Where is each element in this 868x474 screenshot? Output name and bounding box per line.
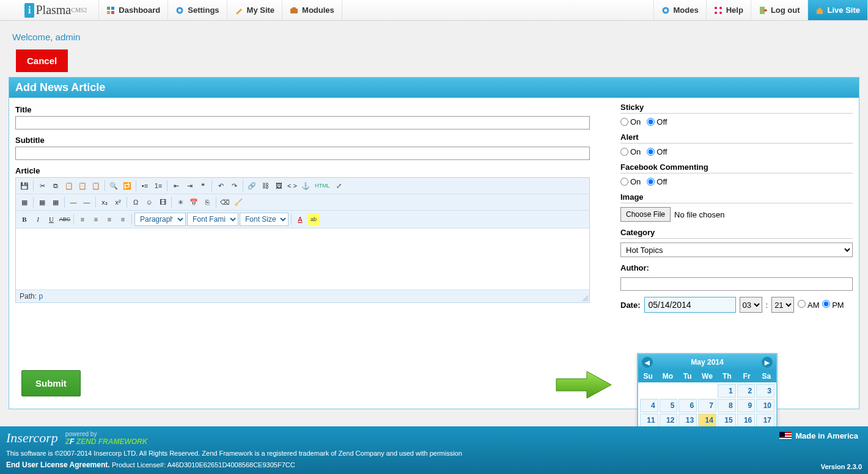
nav-settings[interactable]: Settings (167, 0, 227, 20)
copy-icon[interactable]: ⧉ (50, 180, 62, 192)
cal-next-icon[interactable]: ▶ (762, 357, 773, 368)
unlink-icon[interactable]: ⛓ (259, 180, 271, 192)
outdent-icon[interactable]: ⇤ (170, 180, 182, 192)
ol-icon[interactable]: 1≡ (152, 180, 164, 192)
fb-off[interactable]: Off (647, 177, 667, 186)
nav-mysite[interactable]: My Site (227, 0, 283, 20)
editor-content-area[interactable] (16, 228, 589, 290)
anchor-icon[interactable]: ⚓ (300, 180, 312, 192)
replace-icon[interactable]: 🔁 (121, 180, 133, 192)
bg-color-icon[interactable]: ab (307, 213, 320, 225)
sticky-on[interactable]: On (620, 117, 641, 126)
cal-day[interactable]: 10 (756, 399, 774, 412)
alert-off[interactable]: Off (647, 147, 667, 156)
font-family-select[interactable]: Font Family (187, 213, 238, 226)
cal-day[interactable]: 1 (718, 384, 736, 398)
alert-on[interactable]: On (620, 147, 641, 156)
nav-dashboard[interactable]: Dashboard (98, 0, 168, 20)
am-radio[interactable]: AM (798, 300, 819, 310)
clean-icon[interactable]: 🧹 (232, 196, 245, 208)
nav-logout[interactable]: Log out (751, 0, 808, 20)
find-icon[interactable]: 🔍 (108, 180, 120, 192)
cal-day[interactable]: 15 (718, 414, 736, 427)
italic-icon[interactable]: I (32, 213, 44, 225)
hr-icon[interactable]: — (67, 196, 79, 208)
superscript-icon[interactable]: x² (112, 196, 124, 208)
nav-livesite[interactable]: Live Site (807, 0, 868, 20)
code-icon[interactable]: < > (286, 180, 298, 192)
indent-icon[interactable]: ⇥ (183, 180, 196, 192)
paste-text-icon[interactable]: 📋 (76, 180, 89, 192)
attr-icon[interactable]: ✳ (174, 196, 186, 208)
html-icon[interactable]: HTML (313, 180, 332, 192)
submit-button[interactable]: Submit (21, 370, 81, 396)
cal-day[interactable]: 8 (718, 399, 736, 412)
image-icon[interactable]: 🖼 (273, 180, 285, 192)
cal-prev-icon[interactable]: ◀ (642, 357, 653, 368)
eula-link[interactable]: End User License Agreement. (6, 461, 110, 469)
category-select[interactable]: Hot Topics (620, 242, 853, 257)
align-right-icon[interactable]: ≡ (103, 213, 116, 225)
cal-day[interactable]: 3 (756, 384, 774, 398)
row-after-icon[interactable]: ▦ (50, 196, 62, 208)
cal-day[interactable]: 9 (737, 399, 756, 412)
link-icon[interactable]: 🔗 (246, 180, 258, 192)
blockquote-icon[interactable]: ❝ (197, 180, 209, 192)
sticky-off[interactable]: Off (647, 117, 667, 126)
template-icon[interactable]: ⎘ (201, 196, 213, 208)
path-value[interactable]: p (39, 292, 43, 301)
author-input[interactable] (620, 277, 853, 291)
cal-day[interactable]: 16 (737, 414, 756, 427)
cal-day[interactable]: 5 (660, 399, 678, 412)
cut-icon[interactable]: ✂ (36, 180, 48, 192)
nav-modes[interactable]: Modes (653, 0, 707, 20)
undo-icon[interactable]: ↶ (215, 180, 227, 192)
align-left-icon[interactable]: ≡ (76, 213, 89, 225)
cancel-button[interactable]: Cancel (16, 49, 68, 72)
cal-day[interactable]: 2 (737, 384, 756, 398)
nav-help[interactable]: Help (706, 0, 751, 20)
font-size-select[interactable]: Font Size (240, 213, 289, 226)
hour-select[interactable]: 03 (740, 297, 762, 313)
cal-day[interactable]: 6 (679, 399, 697, 412)
resize-handle-icon[interactable] (581, 294, 588, 301)
save-icon[interactable]: 💾 (18, 180, 31, 192)
bold-icon[interactable]: B (18, 213, 31, 225)
ul-icon[interactable]: •≡ (139, 180, 151, 192)
redo-icon[interactable]: ↷ (228, 180, 240, 192)
erase-icon[interactable]: ⌫ (219, 196, 231, 208)
text-color-icon[interactable]: A (294, 213, 306, 225)
subscript-icon[interactable]: x₂ (98, 196, 111, 208)
special-char-icon[interactable]: Ω (130, 196, 142, 208)
fb-on[interactable]: On (620, 177, 641, 186)
paste-icon[interactable]: 📋 (63, 180, 75, 192)
fullscreen-icon[interactable]: ⤢ (333, 180, 345, 192)
media-icon[interactable]: 🎞 (156, 196, 169, 208)
cal-day[interactable]: 13 (679, 414, 697, 427)
paste-word-icon[interactable]: 📋 (90, 180, 102, 192)
emoji-icon[interactable]: ☺ (143, 196, 155, 208)
cal-day[interactable]: 17 (756, 414, 774, 427)
align-center-icon[interactable]: ≡ (90, 213, 102, 225)
hr2-icon[interactable]: — (81, 196, 93, 208)
minute-select[interactable]: 21 (771, 297, 794, 313)
subtitle-input[interactable] (15, 147, 590, 160)
row-before-icon[interactable]: ▦ (36, 196, 48, 208)
cal-day[interactable]: 14 (698, 414, 716, 427)
cal-day[interactable]: 7 (698, 399, 716, 412)
nav-modules[interactable]: Modules (282, 0, 342, 20)
date-input[interactable] (644, 297, 736, 313)
align-justify-icon[interactable]: ≡ (117, 213, 129, 225)
underline-icon[interactable]: U (45, 213, 57, 225)
cal-day[interactable]: 4 (640, 399, 658, 412)
cal-day[interactable]: 12 (660, 414, 678, 427)
cal-day[interactable]: 11 (640, 414, 658, 427)
version: Version 2.3.0 (821, 463, 862, 470)
date-icon[interactable]: 📅 (188, 196, 200, 208)
choose-file-button[interactable]: Choose File (620, 207, 671, 222)
title-input[interactable] (15, 116, 590, 129)
table-icon[interactable]: ▦ (18, 196, 31, 208)
paragraph-select[interactable]: Paragraph (134, 213, 186, 226)
strike-icon[interactable]: ABC (59, 213, 71, 225)
pm-radio[interactable]: PM (822, 300, 844, 310)
